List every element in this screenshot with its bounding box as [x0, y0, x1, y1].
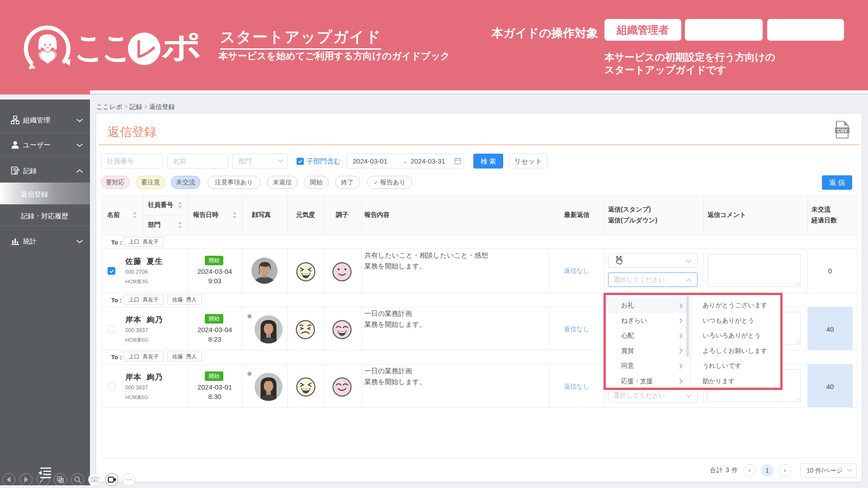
svg-text:CSV: CSV	[837, 128, 848, 133]
